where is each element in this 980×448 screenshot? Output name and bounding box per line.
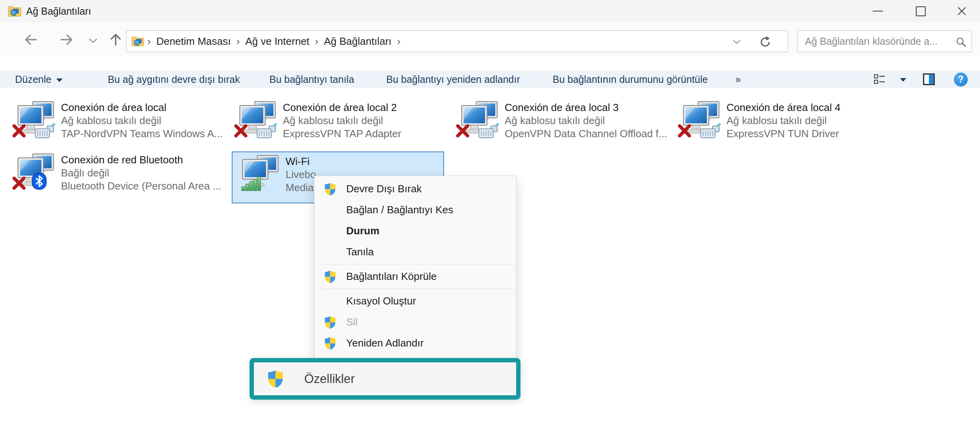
menu-item-status[interactable]: Durum bbox=[315, 220, 516, 241]
navigation-bar: › Denetim Masası › Ağ ve Internet › Ağ B… bbox=[0, 22, 980, 56]
up-button[interactable] bbox=[109, 33, 123, 47]
bluetooth-icon bbox=[32, 172, 47, 190]
menu-item-disable[interactable]: Devre Dışı Bırak bbox=[315, 178, 516, 199]
breadcrumb-network-connections[interactable]: Ağ Bağlantıları bbox=[324, 35, 392, 48]
search-input[interactable] bbox=[804, 35, 944, 48]
uac-shield-icon bbox=[324, 182, 336, 196]
caret-down-icon bbox=[56, 78, 63, 82]
rename-command[interactable]: Bu bağlantıyı yeniden adlandır bbox=[386, 71, 520, 88]
connection-name: Conexión de área local 2 bbox=[283, 101, 401, 114]
toolbar-overflow-button[interactable]: » bbox=[735, 71, 741, 88]
breadcrumb-chevron-icon: › bbox=[397, 35, 400, 48]
address-dropdown-chevron[interactable] bbox=[732, 37, 742, 47]
breadcrumb-chevron-icon: › bbox=[147, 35, 151, 48]
back-button[interactable] bbox=[24, 33, 38, 47]
connection-item-local-1[interactable]: Conexión de área local Ağ kablosu takılı… bbox=[12, 100, 229, 150]
connection-item-bluetooth[interactable]: Conexión de red Bluetooth Bağlı değil Bl… bbox=[12, 152, 229, 202]
menu-item-rename[interactable]: Yeniden Adlandır bbox=[315, 333, 516, 354]
close-button[interactable] bbox=[948, 0, 976, 22]
red-x-icon bbox=[12, 176, 26, 190]
connection-device: ExpressVPN TUN Driver bbox=[726, 127, 841, 140]
view-dropdown-caret-icon[interactable] bbox=[900, 78, 906, 82]
wifi-signal-icon bbox=[241, 175, 261, 191]
red-x-icon bbox=[677, 124, 692, 138]
breadcrumb-control-panel[interactable]: Denetim Masası bbox=[156, 35, 231, 48]
ethernet-adapter-icon bbox=[680, 101, 724, 148]
connection-status: Livebo bbox=[286, 168, 316, 181]
uac-shield-icon bbox=[324, 316, 336, 329]
menu-separator bbox=[320, 264, 513, 264]
connection-status: Ağ kablosu takılı değil bbox=[505, 114, 667, 127]
command-toolbar: Düzenle Bu ağ aygıtını devre dışı bırak … bbox=[0, 71, 980, 88]
diagnose-command[interactable]: Bu bağlantıyı tanıla bbox=[269, 71, 354, 88]
organize-label: Düzenle bbox=[15, 74, 51, 85]
connection-name: Conexión de área local 3 bbox=[505, 101, 667, 114]
maximize-icon bbox=[916, 6, 926, 16]
window-title: Ağ Bağlantıları bbox=[26, 0, 91, 22]
refresh-icon[interactable] bbox=[759, 36, 772, 48]
connection-item-local-4[interactable]: Conexión de área local 4 Ağ kablosu takı… bbox=[677, 100, 894, 150]
connection-name: Conexión de red Bluetooth bbox=[61, 153, 221, 167]
forward-button[interactable] bbox=[59, 33, 74, 47]
menu-item-label: Sil bbox=[346, 316, 358, 328]
connection-device: Media bbox=[286, 181, 316, 194]
ethernet-plug-icon bbox=[700, 123, 721, 140]
ethernet-plug-icon bbox=[478, 123, 499, 140]
ethernet-plug-icon bbox=[34, 123, 55, 140]
minimize-icon bbox=[873, 11, 883, 11]
ethernet-plug-icon bbox=[256, 123, 277, 140]
red-x-icon bbox=[234, 124, 248, 138]
ethernet-adapter-icon bbox=[14, 101, 59, 148]
connection-item-local-3[interactable]: Conexión de área local 3 Ağ kablosu takı… bbox=[456, 100, 673, 150]
breadcrumb-chevron-icon: › bbox=[315, 35, 318, 48]
minimize-button[interactable] bbox=[864, 0, 892, 22]
properties-label: Özellikler bbox=[304, 372, 355, 386]
uac-shield-icon bbox=[324, 270, 336, 283]
connection-name: Conexión de área local bbox=[61, 101, 223, 114]
menu-item-label: Devre Dışı Bırak bbox=[346, 183, 422, 195]
connection-item-local-2[interactable]: Conexión de área local 2 Ağ kablosu takı… bbox=[234, 100, 451, 150]
red-x-icon bbox=[456, 124, 470, 138]
search-icon bbox=[955, 36, 967, 48]
title-bar: Ağ Bağlantıları bbox=[0, 0, 980, 22]
menu-item-properties-highlighted[interactable]: Özellikler bbox=[250, 358, 521, 400]
search-box bbox=[797, 30, 972, 52]
ethernet-adapter-icon bbox=[236, 101, 280, 148]
network-folder-icon bbox=[8, 5, 21, 17]
question-icon: ? bbox=[958, 74, 963, 85]
menu-item-label: Tanıla bbox=[346, 246, 374, 258]
connection-device: ExpressVPN TAP Adapter bbox=[283, 127, 401, 140]
view-status-command[interactable]: Bu bağlantının durumunu görüntüle bbox=[553, 71, 708, 88]
network-connections-window: { "window": { "title": "Ağ Bağlantıları"… bbox=[0, 0, 980, 448]
menu-item-diagnose[interactable]: Tanıla bbox=[315, 241, 516, 262]
connection-status: Bağlı değil bbox=[61, 167, 221, 180]
connection-name: Conexión de área local 4 bbox=[726, 101, 841, 114]
connection-device: OpenVPN Data Channel Offload f... bbox=[505, 127, 667, 140]
menu-item-label: Durum bbox=[346, 225, 379, 237]
close-icon bbox=[957, 6, 967, 16]
wifi-adapter-icon bbox=[239, 155, 283, 202]
recent-locations-chevron[interactable] bbox=[88, 36, 98, 46]
menu-item-connect-disconnect[interactable]: Bağlan / Bağlantıyı Kes bbox=[315, 199, 516, 220]
menu-item-bridge-connections[interactable]: Bağlantıları Köprüle bbox=[315, 266, 516, 287]
change-view-icon[interactable] bbox=[874, 73, 886, 85]
breadcrumb-chevron-icon: › bbox=[236, 35, 240, 48]
breadcrumb-network-internet[interactable]: Ağ ve Internet bbox=[245, 35, 309, 48]
menu-item-delete: Sil bbox=[315, 312, 516, 333]
organize-menu-button[interactable]: Düzenle bbox=[15, 71, 63, 88]
connection-status: Ağ kablosu takılı değil bbox=[283, 114, 401, 127]
menu-item-label: Bağlantıları Köprüle bbox=[346, 270, 437, 283]
preview-pane-icon[interactable] bbox=[923, 73, 935, 85]
bluetooth-adapter-icon bbox=[14, 153, 59, 201]
help-button[interactable]: ? bbox=[954, 73, 968, 86]
connection-device: Bluetooth Device (Personal Area ... bbox=[61, 180, 221, 193]
maximize-button[interactable] bbox=[906, 0, 935, 22]
context-menu: Devre Dışı Bırak Bağlan / Bağlantıyı Kes… bbox=[314, 176, 517, 374]
red-x-icon bbox=[12, 124, 26, 138]
menu-item-create-shortcut[interactable]: Kısayol Oluştur bbox=[315, 291, 516, 312]
uac-shield-icon bbox=[324, 337, 336, 350]
address-bar[interactable]: › Denetim Masası › Ağ ve Internet › Ağ B… bbox=[126, 30, 788, 52]
ethernet-adapter-icon bbox=[458, 101, 502, 148]
connection-name: Wi-Fi bbox=[286, 155, 316, 168]
disable-device-command[interactable]: Bu ağ aygıtını devre dışı bırak bbox=[108, 71, 240, 88]
